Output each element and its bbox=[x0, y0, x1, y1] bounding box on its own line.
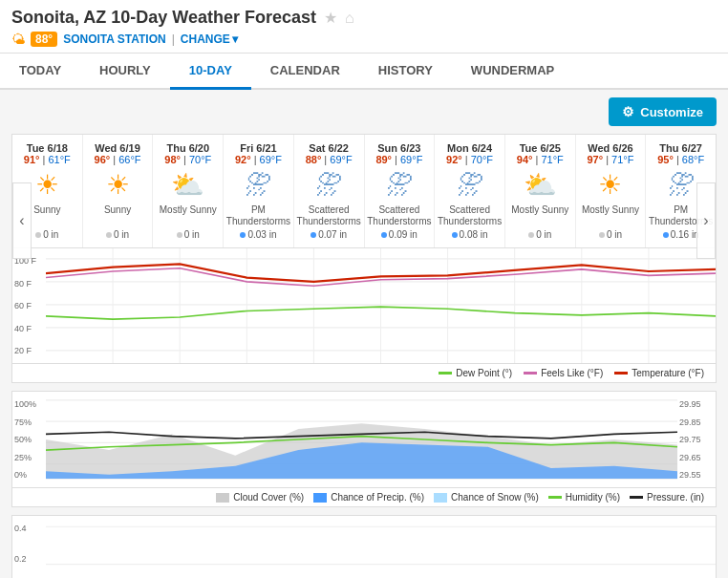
day-label: Wed 6/19 bbox=[85, 142, 151, 154]
snow-color bbox=[434, 493, 447, 503]
day-label: Sun 6/23 bbox=[367, 142, 433, 154]
home-icon[interactable]: ⌂ bbox=[345, 10, 354, 27]
y-label-80f: 80 F bbox=[14, 279, 44, 289]
day-label: Fri 6/21 bbox=[225, 142, 291, 154]
y-label-40f: 40 F bbox=[14, 324, 44, 333]
precip-row: 0.09 in bbox=[367, 229, 433, 240]
forecast-day-4[interactable]: Sat 6/22 88° | 69°F ⛈ Scattered Thunders… bbox=[294, 135, 365, 247]
weather-icon: ⛅ bbox=[507, 169, 573, 201]
weather-icon: ⛅ bbox=[155, 169, 221, 201]
subtitle-row: 🌤 88° SONOITA STATION | CHANGE ▾ bbox=[11, 32, 717, 53]
tab-calendar[interactable]: CALENDAR bbox=[251, 54, 359, 90]
star-icon[interactable]: ★ bbox=[324, 9, 337, 27]
page-title: Sonoita, AZ 10-Day Weather Forecast bbox=[11, 8, 316, 28]
humidity-color bbox=[548, 496, 562, 499]
high-temp: 97° bbox=[587, 154, 603, 165]
weather-desc: Mostly Sunny bbox=[155, 204, 221, 227]
high-temp: 98° bbox=[164, 154, 181, 165]
legend-pressure: Pressure. (in) bbox=[630, 492, 704, 503]
tab-today[interactable]: TODAY bbox=[0, 54, 80, 90]
legend-precip: Chance of Precip. (%) bbox=[313, 492, 424, 503]
weather-icon: ⛈ bbox=[225, 169, 291, 201]
high-temp: 92° bbox=[446, 154, 462, 165]
high-temp: 88° bbox=[306, 154, 322, 165]
tab-history[interactable]: HISTORY bbox=[359, 54, 452, 90]
day-label: Wed 6/26 bbox=[578, 142, 644, 154]
feelslike-label: Feels Like (°F) bbox=[541, 368, 603, 378]
legend-feelslike: Feels Like (°F) bbox=[524, 368, 603, 378]
temperature-chart-canvas bbox=[46, 248, 716, 363]
precip-dot bbox=[381, 232, 387, 238]
low-temp: 61°F bbox=[48, 154, 70, 165]
low-temp: 68°F bbox=[682, 154, 704, 165]
forecast-day-1[interactable]: Wed 6/19 96° | 66°F ☀ Sunny 0 in bbox=[83, 135, 154, 247]
chevron-down-icon: ▾ bbox=[232, 32, 238, 46]
forecast-day-7[interactable]: Tue 6/25 94° | 71°F ⛅ Mostly Sunny 0 in bbox=[505, 135, 576, 247]
precip-row: 0.08 in bbox=[437, 229, 503, 240]
customize-button[interactable]: ⚙ Customize bbox=[609, 97, 717, 126]
forecast-days: Tue 6/18 91° | 61°F ☀ Sunny 0 in Wed 6/1… bbox=[12, 135, 716, 247]
day-temps: 91° | 61°F bbox=[14, 154, 80, 165]
next-arrow[interactable]: › bbox=[696, 182, 716, 259]
precip-dot bbox=[599, 232, 605, 238]
forecast-day-3[interactable]: Fri 6/21 92° | 69°F ⛈ PM Thunderstorms 0… bbox=[224, 135, 294, 247]
pressure-color bbox=[630, 496, 643, 499]
legend-dewpoint: Dew Point (°) bbox=[439, 368, 512, 378]
tab-hourly[interactable]: HOURLY bbox=[80, 54, 170, 90]
low-temp: 70°F bbox=[189, 154, 211, 165]
precip-dot bbox=[35, 232, 41, 238]
change-link[interactable]: CHANGE ▾ bbox=[181, 32, 238, 46]
customize-label: Customize bbox=[640, 105, 703, 119]
legend-snow: Chance of Snow (%) bbox=[434, 492, 539, 503]
forecast-day-2[interactable]: Thu 6/20 98° | 70°F ⛅ Mostly Sunny 0 in bbox=[153, 135, 224, 247]
precip-amount: 0 in bbox=[114, 229, 129, 240]
day-temps: 92° | 70°F bbox=[437, 154, 503, 165]
high-temp: 91° bbox=[24, 154, 40, 165]
dewpoint-label: Dew Point (°) bbox=[456, 368, 512, 378]
precip-amount: 0 in bbox=[536, 229, 551, 240]
precip-color bbox=[313, 493, 327, 503]
precip-row: 0 in bbox=[85, 229, 151, 240]
forecast-day-8[interactable]: Wed 6/26 97° | 71°F ☀ Mostly Sunny 0 in bbox=[576, 135, 647, 247]
high-temp: 94° bbox=[517, 154, 533, 165]
precip-dot bbox=[663, 232, 669, 238]
precip-dot bbox=[106, 232, 112, 238]
precip-chart-section: 0.4 0.2 0.0 bbox=[11, 515, 717, 578]
prev-arrow[interactable]: ‹ bbox=[12, 182, 32, 259]
precip-amount: 0 in bbox=[43, 229, 58, 240]
y-label-60f: 60 F bbox=[14, 301, 44, 310]
day-temps: 94° | 71°F bbox=[507, 154, 573, 165]
precip-dot bbox=[528, 232, 534, 238]
day-temps: 88° | 69°F bbox=[296, 154, 362, 165]
weather-icon: ⛈ bbox=[437, 169, 503, 201]
y-label-100pct: 100% bbox=[14, 399, 44, 409]
sun-icon: 🌤 bbox=[11, 32, 25, 47]
snow-label: Chance of Snow (%) bbox=[451, 492, 539, 503]
high-temp: 92° bbox=[235, 154, 251, 165]
tab-10day[interactable]: 10-DAY bbox=[170, 54, 251, 90]
y-label-04: 0.4 bbox=[14, 524, 44, 533]
station-link[interactable]: SONOITA STATION bbox=[63, 32, 166, 46]
cloud-chart-canvas bbox=[46, 392, 677, 487]
forecast-day-6[interactable]: Mon 6/24 92° | 70°F ⛈ Scattered Thunders… bbox=[435, 135, 505, 247]
high-temp: 95° bbox=[657, 154, 674, 165]
low-temp: 70°F bbox=[471, 154, 493, 165]
precip-amount: 0.09 in bbox=[389, 229, 418, 240]
cloudcover-color bbox=[216, 493, 229, 503]
low-temp: 69°F bbox=[400, 154, 422, 165]
day-temps: 98° | 70°F bbox=[155, 154, 221, 165]
y-label-2985: 29.85 bbox=[679, 417, 714, 427]
day-temps: 97° | 71°F bbox=[578, 154, 644, 165]
tab-wundermap[interactable]: WUNDERMAP bbox=[452, 54, 573, 90]
precip-chart-canvas bbox=[46, 516, 716, 578]
precip-dot bbox=[240, 232, 246, 238]
low-temp: 71°F bbox=[541, 154, 563, 165]
current-temp: 88° bbox=[31, 32, 57, 47]
y-label-75pct: 75% bbox=[14, 417, 44, 427]
forecast-day-5[interactable]: Sun 6/23 89° | 69°F ⛈ Scattered Thunders… bbox=[365, 135, 436, 247]
day-label: Sat 6/22 bbox=[296, 142, 362, 154]
day-label: Thu 6/27 bbox=[648, 142, 714, 154]
day-label: Tue 6/25 bbox=[507, 142, 573, 154]
high-temp: 89° bbox=[375, 154, 392, 165]
forecast-container: ‹ › Tue 6/18 91° | 61°F ☀ Sunny 0 in Wed… bbox=[11, 134, 717, 248]
